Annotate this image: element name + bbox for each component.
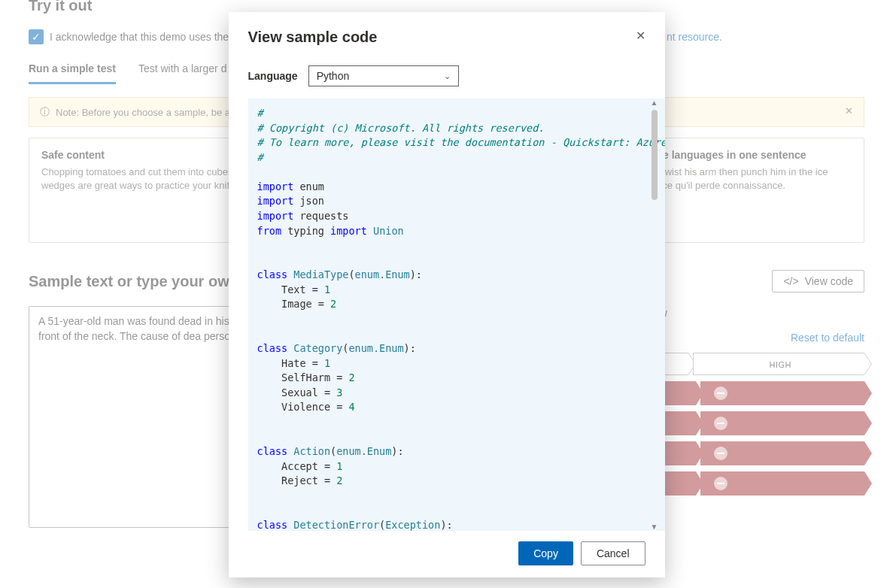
copy-button[interactable]: Copy — [518, 541, 573, 565]
code-block: # # Copyright (c) Microsoft. All rights … — [248, 99, 665, 531]
language-label: Language — [248, 70, 298, 82]
chevron-down-icon: ⌄ — [444, 71, 451, 81]
scrollbar-thumb[interactable] — [652, 110, 658, 200]
scrollbar-track[interactable] — [652, 107, 658, 523]
code-scrollbar[interactable]: ▲ ▼ — [648, 99, 661, 531]
modal-title: View sample code — [248, 29, 378, 46]
language-value: Python — [317, 70, 350, 82]
language-select[interactable]: Python ⌄ — [308, 65, 459, 86]
close-icon[interactable]: ✕ — [636, 29, 645, 43]
scroll-up-icon[interactable]: ▲ — [651, 99, 658, 107]
scroll-down-icon[interactable]: ▼ — [651, 523, 658, 531]
view-sample-code-modal: View sample code ✕ Language Python ⌄ # #… — [229, 12, 665, 577]
modal-overlay: View sample code ✕ Language Python ⌄ # #… — [0, 0, 893, 588]
cancel-button[interactable]: Cancel — [581, 541, 645, 565]
